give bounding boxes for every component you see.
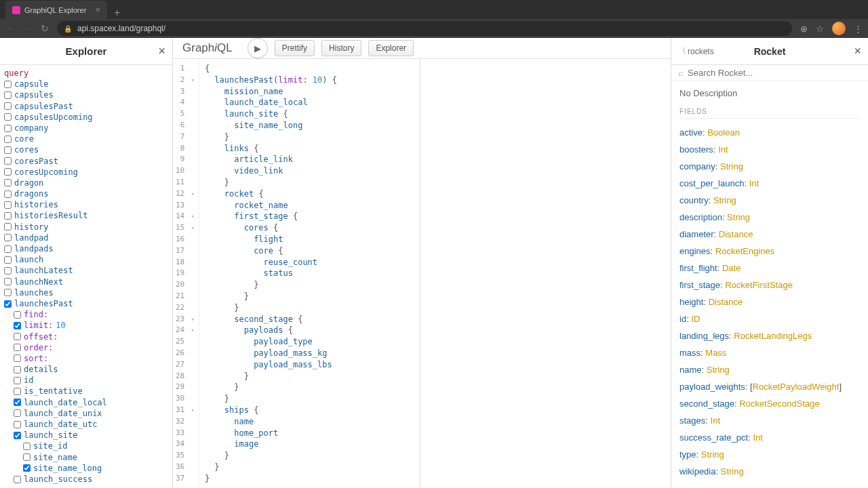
reload-button[interactable]: ↻ [41,23,49,34]
close-icon[interactable]: × [158,44,165,58]
docs-field[interactable]: success_rate_pct: Int [679,429,860,446]
explorer-field[interactable]: is_tentative [4,386,168,396]
close-icon[interactable]: × [854,44,861,58]
history-button[interactable]: History [321,40,361,56]
docs-field[interactable]: diameter: Distance [679,226,860,243]
field-checkbox[interactable] [4,190,12,198]
query-editor[interactable]: 1 2 ▾3 4 5 6 7 8 9 10 11 12 ▾13 14 ▾15 ▾… [173,59,420,488]
docs-field[interactable]: type: String [679,446,860,463]
field-checkbox[interactable] [4,136,12,143]
prettify-button[interactable]: Prettify [275,40,315,56]
profile-avatar[interactable] [832,22,846,35]
tab-close-icon[interactable]: × [95,5,100,15]
docs-field[interactable]: engines: RocketEngines [679,243,860,260]
explorer-field[interactable]: site_name_long [4,463,168,474]
docs-field[interactable]: second_stage: RocketSecondStage [679,395,860,412]
field-checkbox[interactable] [4,289,12,296]
field-checkbox[interactable] [4,245,12,253]
field-checkbox[interactable] [14,354,21,362]
explorer-field[interactable]: launch_success [4,474,168,485]
docs-field[interactable]: name: String [679,361,860,378]
explorer-field[interactable]: launch_site [4,430,168,441]
field-checkbox[interactable] [4,212,12,220]
explorer-arg[interactable]: sort: [4,353,168,364]
field-checkbox[interactable] [14,432,21,439]
explorer-field[interactable]: site_id [4,441,168,451]
field-checkbox[interactable] [4,300,12,308]
docs-field[interactable]: payload_weights: [RocketPayloadWeight] [679,378,860,395]
docs-search-input[interactable] [688,68,861,78]
field-checkbox[interactable] [4,146,12,154]
explorer-field[interactable]: capsules [4,89,168,100]
docs-field[interactable]: wikipedia: String [679,463,860,480]
explorer-field[interactable]: company [4,123,168,134]
field-checkbox[interactable] [14,322,21,329]
explorer-arg[interactable]: limit: 10 [4,320,168,331]
explorer-field[interactable]: histories [4,199,168,210]
explorer-field[interactable]: landpad [4,232,168,243]
explorer-field[interactable]: launchesPast [4,298,168,309]
field-checkbox[interactable] [4,201,12,209]
explorer-field[interactable]: launch_date_local [4,397,168,408]
field-checkbox[interactable] [14,421,21,428]
explorer-arg[interactable]: find: [4,309,168,320]
field-checkbox[interactable] [23,443,31,450]
field-checkbox[interactable] [4,223,12,230]
field-checkbox[interactable] [23,453,31,461]
field-checkbox[interactable] [4,157,12,165]
docs-back-button[interactable]: 〈 rockets [678,45,714,57]
field-checkbox[interactable] [4,256,12,264]
field-checkbox[interactable] [4,168,12,176]
explorer-tree[interactable]: query capsulecapsulescapsulesPastcapsule… [0,65,172,488]
explorer-field[interactable]: capsule [4,79,168,89]
field-checkbox[interactable] [4,234,12,241]
docs-field[interactable]: cost_per_launch: Int [679,175,860,192]
explorer-field[interactable]: dragon [4,178,168,188]
field-checkbox[interactable] [14,311,21,319]
field-checkbox[interactable] [14,476,21,483]
field-checkbox[interactable] [14,377,21,384]
explorer-field[interactable]: launch_date_utc [4,419,168,430]
bookmark-icon[interactable]: ☆ [816,24,824,34]
explorer-field[interactable]: capsulesPast [4,101,168,112]
explorer-arg[interactable]: offset: [4,331,168,342]
zoom-icon[interactable]: ⊕ [800,24,808,34]
field-checkbox[interactable] [23,464,31,472]
docs-field[interactable]: mass: Mass [679,344,860,361]
field-checkbox[interactable] [4,179,12,186]
browser-tab[interactable]: GraphiQL Explorer × [5,1,107,19]
forward-button[interactable]: → [23,23,33,34]
docs-field[interactable]: company: String [679,158,860,175]
field-checkbox[interactable] [4,267,12,274]
explorer-field[interactable]: core [4,134,168,144]
field-checkbox[interactable] [4,113,12,121]
field-checkbox[interactable] [4,278,12,285]
explorer-field[interactable]: history [4,222,168,232]
field-checkbox[interactable] [14,333,21,340]
docs-search[interactable]: ⌕ [671,65,868,81]
field-checkbox[interactable] [14,409,21,417]
explorer-field[interactable]: details [4,364,168,375]
new-tab-button[interactable]: + [107,7,127,19]
code-content[interactable]: { launchesPast(limit: 10) { mission_name… [199,59,342,488]
docs-field[interactable]: height: Distance [679,293,860,310]
field-checkbox[interactable] [14,388,21,395]
explorer-field[interactable]: historiesResult [4,210,168,221]
field-checkbox[interactable] [4,125,12,132]
explorer-field[interactable]: cores [4,144,168,155]
explorer-field[interactable]: capsulesUpcoming [4,112,168,123]
docs-field[interactable]: first_stage: RocketFirstStage [679,277,860,293]
docs-field[interactable]: id: ID [679,310,860,327]
field-checkbox[interactable] [4,92,12,99]
explorer-field[interactable]: launchNext [4,277,168,287]
docs-field[interactable]: stages: Int [679,412,860,429]
execute-button[interactable]: ▶ [248,38,268,58]
docs-field[interactable]: landing_legs: RocketLandingLegs [679,327,860,344]
explorer-field[interactable]: launchLatest [4,265,168,276]
explorer-field[interactable]: launch [4,254,168,265]
docs-field[interactable]: first_flight: Date [679,260,860,277]
explorer-field[interactable]: landpads [4,243,168,254]
back-button[interactable]: ← [5,23,15,34]
field-checkbox[interactable] [14,344,21,351]
docs-field[interactable]: country: String [679,192,860,209]
